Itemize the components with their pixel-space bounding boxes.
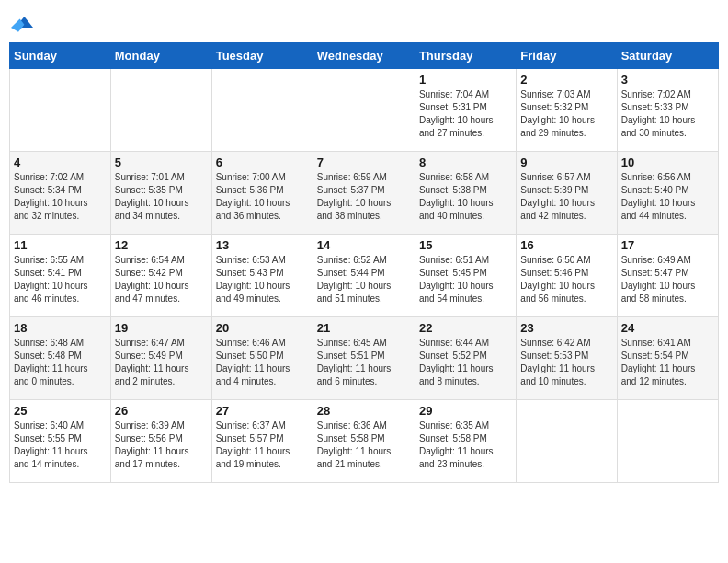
calendar-week-5: 25Sunrise: 6:40 AM Sunset: 5:55 PM Dayli…: [10, 400, 719, 483]
day-info: Sunrise: 6:52 AM Sunset: 5:44 PM Dayligh…: [317, 254, 411, 305]
calendar-cell: 13Sunrise: 6:53 AM Sunset: 5:43 PM Dayli…: [211, 235, 313, 317]
weekday-header-monday: Monday: [110, 43, 211, 69]
day-info: Sunrise: 7:02 AM Sunset: 5:33 PM Dayligh…: [621, 88, 714, 140]
day-number: 24: [621, 321, 714, 335]
day-info: Sunrise: 6:48 AM Sunset: 5:48 PM Dayligh…: [14, 337, 107, 388]
day-number: 15: [419, 238, 512, 252]
day-number: 14: [317, 238, 411, 252]
calendar-cell: 26Sunrise: 6:39 AM Sunset: 5:56 PM Dayli…: [110, 400, 211, 483]
day-info: Sunrise: 7:00 AM Sunset: 5:36 PM Dayligh…: [216, 171, 309, 223]
calendar-cell: 6Sunrise: 7:00 AM Sunset: 5:36 PM Daylig…: [211, 152, 313, 235]
calendar-cell: [211, 69, 313, 152]
day-info: Sunrise: 6:57 AM Sunset: 5:39 PM Dayligh…: [520, 171, 612, 223]
calendar-cell: 16Sunrise: 6:50 AM Sunset: 5:46 PM Dayli…: [517, 235, 617, 317]
calendar-cell: [617, 400, 718, 483]
calendar-table: SundayMondayTuesdayWednesdayThursdayFrid…: [9, 42, 719, 483]
day-info: Sunrise: 6:59 AM Sunset: 5:37 PM Dayligh…: [317, 171, 411, 223]
weekday-header-thursday: Thursday: [415, 43, 516, 69]
calendar-cell: 10Sunrise: 6:56 AM Sunset: 5:40 PM Dayli…: [617, 152, 718, 235]
calendar-cell: 19Sunrise: 6:47 AM Sunset: 5:49 PM Dayli…: [110, 317, 211, 400]
day-number: 13: [216, 238, 309, 252]
logo: [9, 13, 33, 35]
day-number: 7: [317, 155, 411, 169]
day-info: Sunrise: 6:51 AM Sunset: 5:45 PM Dayligh…: [419, 254, 512, 305]
day-info: Sunrise: 6:47 AM Sunset: 5:49 PM Dayligh…: [115, 337, 208, 388]
day-number: 28: [317, 404, 411, 418]
day-number: 1: [419, 73, 512, 86]
day-number: 25: [14, 404, 107, 418]
day-number: 12: [115, 238, 208, 252]
calendar-cell: 12Sunrise: 6:54 AM Sunset: 5:42 PM Dayli…: [110, 235, 211, 317]
day-info: Sunrise: 6:56 AM Sunset: 5:40 PM Dayligh…: [621, 171, 714, 223]
calendar-cell: 4Sunrise: 7:02 AM Sunset: 5:34 PM Daylig…: [10, 152, 111, 235]
calendar-cell: 15Sunrise: 6:51 AM Sunset: 5:45 PM Dayli…: [415, 235, 516, 317]
calendar-cell: [313, 69, 415, 152]
day-number: 8: [419, 155, 512, 169]
calendar-week-3: 11Sunrise: 6:55 AM Sunset: 5:41 PM Dayli…: [10, 235, 719, 317]
day-info: Sunrise: 6:46 AM Sunset: 5:50 PM Dayligh…: [216, 337, 309, 388]
day-number: 11: [14, 238, 107, 252]
calendar-header-row: SundayMondayTuesdayWednesdayThursdayFrid…: [10, 43, 719, 69]
page-header: [9, 9, 719, 35]
calendar-cell: 1Sunrise: 7:04 AM Sunset: 5:31 PM Daylig…: [415, 69, 516, 152]
calendar-cell: 25Sunrise: 6:40 AM Sunset: 5:55 PM Dayli…: [10, 400, 111, 483]
day-number: 20: [216, 321, 309, 335]
weekday-header-wednesday: Wednesday: [313, 43, 415, 69]
calendar-cell: 5Sunrise: 7:01 AM Sunset: 5:35 PM Daylig…: [110, 152, 211, 235]
weekday-header-tuesday: Tuesday: [211, 43, 313, 69]
day-number: 5: [115, 155, 208, 169]
day-number: 3: [621, 73, 714, 86]
day-info: Sunrise: 6:35 AM Sunset: 5:58 PM Dayligh…: [419, 419, 512, 471]
calendar-cell: [10, 69, 111, 152]
day-info: Sunrise: 6:58 AM Sunset: 5:38 PM Dayligh…: [419, 171, 512, 223]
day-number: 9: [520, 155, 612, 169]
weekday-header-sunday: Sunday: [10, 43, 111, 69]
day-number: 4: [14, 155, 107, 169]
calendar-cell: 9Sunrise: 6:57 AM Sunset: 5:39 PM Daylig…: [517, 152, 617, 235]
day-number: 10: [621, 155, 714, 169]
calendar-cell: 11Sunrise: 6:55 AM Sunset: 5:41 PM Dayli…: [10, 235, 111, 317]
calendar-cell: 3Sunrise: 7:02 AM Sunset: 5:33 PM Daylig…: [617, 69, 718, 152]
calendar-cell: 17Sunrise: 6:49 AM Sunset: 5:47 PM Dayli…: [617, 235, 718, 317]
day-info: Sunrise: 6:44 AM Sunset: 5:52 PM Dayligh…: [419, 337, 512, 388]
day-info: Sunrise: 6:41 AM Sunset: 5:54 PM Dayligh…: [621, 337, 714, 388]
day-number: 23: [520, 321, 612, 335]
calendar-week-2: 4Sunrise: 7:02 AM Sunset: 5:34 PM Daylig…: [10, 152, 719, 235]
day-info: Sunrise: 6:53 AM Sunset: 5:43 PM Dayligh…: [216, 254, 309, 305]
calendar-cell: 20Sunrise: 6:46 AM Sunset: 5:50 PM Dayli…: [211, 317, 313, 400]
calendar-cell: [110, 69, 211, 152]
calendar-cell: 24Sunrise: 6:41 AM Sunset: 5:54 PM Dayli…: [617, 317, 718, 400]
weekday-header-saturday: Saturday: [617, 43, 718, 69]
day-number: 19: [115, 321, 208, 335]
day-info: Sunrise: 6:55 AM Sunset: 5:41 PM Dayligh…: [14, 254, 107, 305]
calendar-cell: 2Sunrise: 7:03 AM Sunset: 5:32 PM Daylig…: [517, 69, 617, 152]
calendar-week-1: 1Sunrise: 7:04 AM Sunset: 5:31 PM Daylig…: [10, 69, 719, 152]
day-info: Sunrise: 6:40 AM Sunset: 5:55 PM Dayligh…: [14, 419, 107, 471]
calendar-cell: 18Sunrise: 6:48 AM Sunset: 5:48 PM Dayli…: [10, 317, 111, 400]
calendar-cell: 27Sunrise: 6:37 AM Sunset: 5:57 PM Dayli…: [211, 400, 313, 483]
calendar-cell: [517, 400, 617, 483]
day-number: 17: [621, 238, 714, 252]
day-info: Sunrise: 7:03 AM Sunset: 5:32 PM Dayligh…: [520, 88, 612, 140]
day-info: Sunrise: 7:02 AM Sunset: 5:34 PM Dayligh…: [14, 171, 107, 223]
calendar-cell: 8Sunrise: 6:58 AM Sunset: 5:38 PM Daylig…: [415, 152, 516, 235]
calendar-cell: 28Sunrise: 6:36 AM Sunset: 5:58 PM Dayli…: [313, 400, 415, 483]
day-info: Sunrise: 6:39 AM Sunset: 5:56 PM Dayligh…: [115, 419, 208, 471]
calendar-week-4: 18Sunrise: 6:48 AM Sunset: 5:48 PM Dayli…: [10, 317, 719, 400]
day-number: 21: [317, 321, 411, 335]
calendar-cell: 22Sunrise: 6:44 AM Sunset: 5:52 PM Dayli…: [415, 317, 516, 400]
day-info: Sunrise: 6:54 AM Sunset: 5:42 PM Dayligh…: [115, 254, 208, 305]
day-info: Sunrise: 7:01 AM Sunset: 5:35 PM Dayligh…: [115, 171, 208, 223]
day-number: 22: [419, 321, 512, 335]
logo-icon: [11, 13, 33, 35]
day-number: 18: [14, 321, 107, 335]
day-info: Sunrise: 7:04 AM Sunset: 5:31 PM Dayligh…: [419, 88, 512, 140]
calendar-cell: 29Sunrise: 6:35 AM Sunset: 5:58 PM Dayli…: [415, 400, 516, 483]
day-number: 26: [115, 404, 208, 418]
calendar-cell: 21Sunrise: 6:45 AM Sunset: 5:51 PM Dayli…: [313, 317, 415, 400]
day-number: 16: [520, 238, 612, 252]
day-number: 27: [216, 404, 309, 418]
day-info: Sunrise: 6:45 AM Sunset: 5:51 PM Dayligh…: [317, 337, 411, 388]
day-info: Sunrise: 6:37 AM Sunset: 5:57 PM Dayligh…: [216, 419, 309, 471]
calendar-cell: 14Sunrise: 6:52 AM Sunset: 5:44 PM Dayli…: [313, 235, 415, 317]
